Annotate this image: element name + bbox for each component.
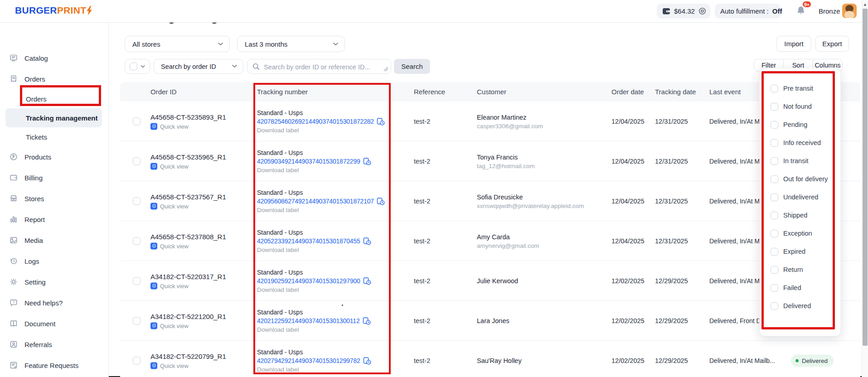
sidebar-item-need-helps-[interactable]: ?Need helps? bbox=[0, 292, 108, 313]
download-label-link[interactable]: Download label bbox=[257, 326, 393, 333]
status-filter-checkbox[interactable] bbox=[771, 139, 778, 147]
status-filter-option-undelivered[interactable]: Undelivered bbox=[760, 188, 840, 206]
sidebar-item-feature-requests[interactable]: Feature Requests bbox=[0, 355, 108, 376]
status-filter-option-pre-transit[interactable]: Pre transit bbox=[760, 79, 840, 97]
sidebar-item-billing[interactable]: Billing bbox=[0, 167, 108, 188]
download-label-link[interactable]: Download label bbox=[257, 246, 393, 253]
status-filter-option-failed[interactable]: Failed bbox=[760, 279, 840, 297]
brand-logo[interactable]: BURGERPRINT bbox=[15, 5, 92, 16]
sidebar-item-referrals[interactable]: Referrals bbox=[0, 334, 108, 355]
status-filter-checkbox[interactable] bbox=[771, 175, 778, 183]
sidebar-item-setting[interactable]: Setting bbox=[0, 271, 108, 292]
download-label-link[interactable]: Download label bbox=[257, 286, 393, 293]
row-checkbox[interactable] bbox=[133, 157, 141, 165]
resize-handle[interactable] bbox=[384, 67, 388, 71]
sidebar-item-products[interactable]: Products bbox=[0, 146, 108, 167]
visibility-icon[interactable] bbox=[698, 7, 706, 15]
auto-fulfillment-toggle[interactable]: Auto fulfillment : Off bbox=[715, 4, 781, 19]
download-label-link[interactable]: Download label bbox=[257, 366, 393, 373]
page-scrollbar[interactable]: ▲ bbox=[862, 0, 868, 377]
search-input[interactable] bbox=[263, 60, 383, 74]
tracking-number-link[interactable]: 420590349214490374015301872299 bbox=[257, 158, 360, 165]
date-range-select[interactable]: Last 3 months bbox=[237, 36, 345, 52]
quick-view-button[interactable]: Quick view bbox=[150, 362, 226, 369]
status-filter-option-delivered[interactable]: Delivered bbox=[760, 297, 840, 315]
status-filter-checkbox[interactable] bbox=[771, 248, 778, 256]
plan-badge[interactable]: Bronze bbox=[819, 4, 840, 19]
tracking-number-link[interactable]: 4209560862749214490374015301872107 bbox=[257, 198, 374, 205]
sidebar-item-stores[interactable]: Stores bbox=[0, 188, 108, 209]
status-filter-checkbox[interactable] bbox=[771, 121, 778, 129]
download-label-link[interactable]: Download label bbox=[257, 207, 393, 213]
status-filter-checkbox[interactable] bbox=[771, 212, 778, 219]
sidebar-item-media[interactable]: Media bbox=[0, 230, 108, 251]
tracking-number-link[interactable]: 420190259214490374015301297900 bbox=[257, 277, 360, 285]
sidebar-item-tracking-management[interactable]: Tracking management bbox=[5, 108, 102, 127]
tracking-number-link[interactable]: 420279429214490374015301299782 bbox=[257, 357, 360, 364]
status-filter-option-out-for-delivery[interactable]: Out for delivery bbox=[760, 170, 840, 188]
sidebar-item-orders[interactable]: Orders bbox=[0, 89, 108, 108]
quick-view-button[interactable]: Quick view bbox=[150, 163, 226, 169]
quick-view-button[interactable]: Quick view bbox=[150, 123, 226, 130]
select-all-combo[interactable] bbox=[125, 59, 150, 74]
user-avatar[interactable] bbox=[842, 4, 857, 18]
notifications-button[interactable]: 9+ bbox=[791, 3, 810, 19]
status-filter-checkbox[interactable] bbox=[771, 284, 778, 292]
quick-view-button[interactable]: Quick view bbox=[150, 203, 226, 209]
row-checkbox[interactable] bbox=[133, 197, 141, 205]
row-checkbox[interactable] bbox=[133, 357, 141, 364]
sidebar-item-catalog[interactable]: Catalog bbox=[0, 48, 108, 68]
sidebar-item-document[interactable]: Document bbox=[0, 313, 108, 334]
status-filter-checkbox[interactable] bbox=[771, 193, 778, 201]
sidebar-item-tickets[interactable]: Tickets bbox=[0, 127, 108, 146]
sidebar-item-report[interactable]: Report bbox=[0, 209, 108, 230]
tracking-history-icon[interactable] bbox=[363, 357, 371, 365]
tracking-history-icon[interactable] bbox=[363, 317, 371, 325]
import-button[interactable]: Import bbox=[776, 36, 811, 52]
tracking-number-link[interactable]: 4207825460269214490374015301872282 bbox=[257, 118, 374, 125]
tracking-history-icon[interactable] bbox=[363, 277, 371, 285]
scrollbar-thumb[interactable] bbox=[863, 9, 868, 346]
row-checkbox[interactable] bbox=[133, 237, 141, 245]
search-button[interactable]: Search bbox=[394, 59, 430, 74]
tracking-history-icon[interactable] bbox=[363, 158, 371, 165]
scrollbar-up-arrow[interactable]: ▲ bbox=[862, 1, 868, 7]
tracking-history-icon[interactable] bbox=[377, 118, 385, 126]
status-filter-checkbox[interactable] bbox=[771, 157, 778, 165]
status-filter-option-exception[interactable]: Exception bbox=[760, 224, 840, 242]
status-filter-checkbox[interactable] bbox=[771, 266, 778, 274]
balance-pill[interactable]: $64.32 bbox=[657, 4, 710, 19]
order-date: 12/04/2025 bbox=[611, 237, 645, 245]
status-filter-checkbox[interactable] bbox=[771, 103, 778, 111]
row-checkbox[interactable] bbox=[133, 317, 141, 324]
row-checkbox[interactable] bbox=[133, 117, 141, 125]
select-all-checkbox[interactable] bbox=[130, 63, 137, 70]
sidebar-item-logs[interactable]: Logs bbox=[0, 251, 108, 271]
quick-view-button[interactable]: Quick view bbox=[150, 242, 226, 249]
status-filter-checkbox[interactable] bbox=[771, 302, 778, 310]
search-type-select[interactable]: Search by order ID bbox=[154, 59, 243, 74]
tracking-history-icon[interactable] bbox=[363, 237, 371, 245]
status-filter-option-expired[interactable]: Expired bbox=[760, 242, 840, 261]
quick-view-button[interactable]: Quick view bbox=[150, 322, 226, 329]
tracking-management-page: Tracking management BURGERPRINT $64.32 A… bbox=[0, 0, 868, 377]
status-filter-checkbox[interactable] bbox=[771, 85, 778, 92]
status-filter-label: Delivered bbox=[783, 302, 811, 309]
status-filter-option-not-found[interactable]: Not found bbox=[760, 97, 840, 116]
tracking-number-link[interactable]: 420522339214490374015301870455 bbox=[257, 237, 360, 245]
download-label-link[interactable]: Download label bbox=[257, 167, 393, 174]
status-filter-option-pending[interactable]: Pending bbox=[760, 116, 840, 134]
sidebar-item-orders[interactable]: Orders bbox=[0, 68, 108, 89]
status-filter-option-in-transit[interactable]: In transit bbox=[760, 152, 840, 170]
status-filter-option-info-received[interactable]: Info received bbox=[760, 134, 840, 152]
store-filter-select[interactable]: All stores bbox=[125, 36, 230, 52]
tracking-history-icon[interactable] bbox=[377, 198, 385, 205]
row-checkbox[interactable] bbox=[133, 277, 141, 285]
tracking-number-link[interactable]: 420212259214490374015301300112 bbox=[257, 317, 360, 324]
quick-view-button[interactable]: Quick view bbox=[150, 282, 226, 289]
status-filter-option-shipped[interactable]: Shipped bbox=[760, 206, 840, 224]
status-filter-option-return[interactable]: Return bbox=[760, 261, 840, 279]
status-filter-checkbox[interactable] bbox=[771, 230, 778, 237]
download-label-link[interactable]: Download label bbox=[257, 127, 393, 134]
export-button[interactable]: Export bbox=[815, 36, 849, 52]
